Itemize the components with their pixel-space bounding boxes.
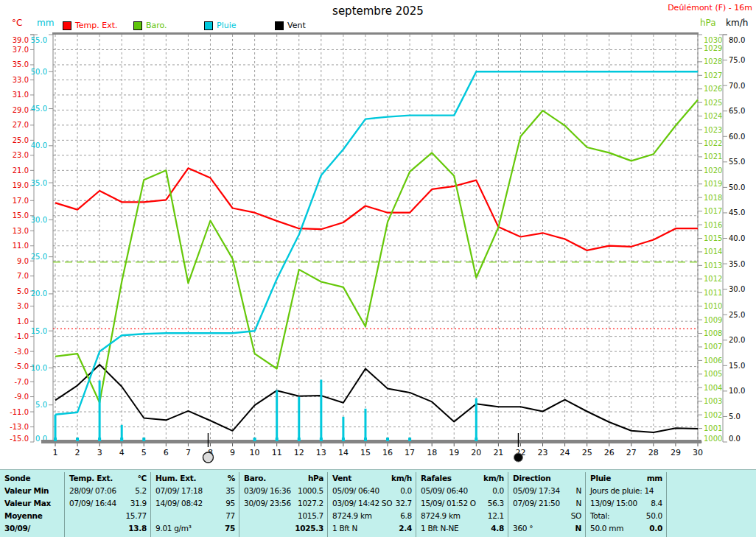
stats-cell-label: 30/09/	[4, 522, 30, 535]
stats-cell: 03/09/ 16:361000.5	[244, 485, 323, 497]
axis-tick-label-temp: 5.0	[17, 287, 29, 295]
rain-bar	[409, 441, 411, 441]
axis-tick-label-wind: 15.0	[729, 362, 745, 370]
stats-cell-value: 35	[225, 485, 235, 497]
stats-cell: Baro.hPa	[244, 472, 323, 485]
axis-tick-label-baro: 1029	[704, 44, 722, 52]
stats-cell-label: Moyenne	[4, 510, 43, 522]
stats-cell: SO	[513, 510, 581, 522]
axis-tick-label-temp: 13.0	[13, 227, 29, 235]
stats-cell: Jours de pluie: 14	[590, 485, 662, 497]
stats-cell-value: 5.2	[135, 485, 147, 497]
stats-cell-value: 8.4	[651, 497, 662, 510]
axis-tick-label-baro: 1009	[704, 316, 722, 324]
stats-cell-value: km/h	[483, 472, 504, 485]
stats-cell: 14/09/ 08:4295	[155, 497, 235, 510]
axis-tick-label-temp: -9.0	[14, 393, 29, 401]
x-axis-day-label: 3	[97, 448, 102, 457]
stats-cell-value: 12.1	[488, 510, 504, 522]
stats-cell-label: Rafales	[421, 472, 452, 485]
axis-tick-label-rain: 30.0	[31, 216, 47, 224]
stats-cell-label: Jours de pluie: 14	[590, 485, 654, 497]
full-moon-icon	[203, 452, 213, 463]
series-line-Baro.	[55, 100, 698, 403]
stats-cell: 13.8	[69, 522, 147, 535]
stats-cell-label: Total:	[590, 510, 609, 522]
axis-tick-label-wind: 55.0	[729, 158, 745, 166]
axis-tick-label-baro: 1015	[704, 234, 722, 242]
axis-tick-label-temp: 17.0	[13, 197, 29, 205]
axis-tick-label-temp: 25.0	[13, 136, 29, 144]
axis-tick-label-temp: 15.0	[13, 211, 29, 220]
x-axis-day-label: 28	[648, 448, 659, 457]
axis-tick-label-temp: -13.0	[10, 423, 29, 431]
stats-column-1: Temp. Ext.°C28/09/ 07:065.207/09/ 16:443…	[65, 472, 151, 537]
axis-tick-label-rain: 55.0	[31, 36, 47, 44]
stats-cell-value: 50.0	[646, 510, 662, 522]
stats-cell-value: 95	[225, 497, 235, 510]
x-axis-day-label: 23	[538, 448, 548, 457]
stats-cell-label: Direction	[513, 472, 550, 485]
axis-tick-label-rain: 50.0	[31, 68, 47, 76]
axis-tick-label-baro: 1006	[704, 357, 722, 365]
stats-column-2: Hum. Ext.%07/09/ 17:183514/09/ 08:429577…	[151, 472, 239, 537]
axis-tick-label-wind: 20.0	[729, 336, 745, 344]
axis-tick-label-wind: 30.0	[729, 285, 745, 293]
axis-tick-label-temp: -5.0	[14, 362, 29, 371]
axis-tick-label-wind: 50.0	[729, 183, 745, 192]
stats-cell-label: 15/09/ 01:52 O	[421, 497, 476, 510]
stats-column-6: Direction05/09/ 17:34N07/09/ 21:50NSO360…	[508, 472, 586, 537]
x-axis-day-label: 29	[671, 448, 681, 457]
axis-tick-label-temp: -15.0	[10, 435, 29, 443]
rain-bar	[99, 381, 101, 441]
x-axis-day-label: 17	[405, 448, 415, 457]
stats-cell-value: 2.4	[399, 522, 412, 535]
stats-cell-label: Temp. Ext.	[69, 472, 113, 485]
stats-cell-value: %	[228, 472, 235, 485]
axis-tick-label-wind: 40.0	[729, 234, 745, 242]
axis-tick-label-rain: 25.0	[31, 253, 47, 261]
axis-tick-label-temp: 23.0	[13, 151, 29, 159]
x-axis-day-label: 25	[582, 448, 592, 457]
stats-cell-label: Valeur Min	[4, 485, 49, 497]
axis-tick-label-rain: 5.0	[35, 401, 47, 409]
stats-cell-label: 9.01 g/m³	[155, 522, 192, 535]
rain-bar	[387, 440, 389, 441]
rain-bar	[55, 415, 57, 441]
stats-cell-label: 05/09/ 06:40	[421, 485, 468, 497]
stats-cell-value: 1025.3	[295, 522, 323, 535]
x-axis-day-label: 2	[75, 448, 80, 457]
stats-column-5: Rafaleskm/h05/09/ 06:400.015/09/ 01:52 O…	[416, 472, 508, 537]
stats-cell-label: 05/09/ 17:34	[513, 485, 560, 497]
stats-cell-value: 0.0	[649, 522, 662, 535]
x-axis-day-label: 6	[164, 448, 169, 457]
stats-cell-label: 07/09/ 16:44	[69, 497, 116, 510]
stats-cell-value: 13.8	[128, 522, 147, 535]
stats-cell: 360 °N	[513, 522, 581, 535]
axis-tick-label-baro: 1019	[704, 180, 722, 188]
axis-tick-label-temp: -1.0	[14, 332, 29, 340]
stats-cell-label: Hum. Ext.	[155, 472, 196, 485]
axis-tick-label-temp: 31.0	[13, 91, 29, 99]
x-axis-day-label: 26	[604, 448, 615, 457]
x-axis-day-label: 24	[560, 448, 570, 457]
stats-cell-label: 28/09/ 07:06	[69, 485, 116, 497]
axis-tick-label-baro: 1026	[704, 85, 722, 93]
stats-cell-label: 1 Bft N	[332, 522, 357, 535]
stats-cell: 28/09/ 07:065.2	[69, 485, 147, 497]
stats-cell: Valeur Max	[4, 497, 60, 510]
x-axis-day-label: 7	[186, 448, 191, 457]
axis-tick-label-temp: 7.0	[17, 272, 29, 280]
axis-tick-label-temp: 21.0	[13, 166, 29, 175]
stats-cell-label: 14/09/ 08:42	[155, 497, 203, 510]
axis-tick-label-wind: 35.0	[729, 260, 745, 268]
stats-cell: 30/09/	[4, 522, 60, 535]
stats-cell-label: 13/09/ 15:00	[590, 497, 637, 510]
stats-cell-label: Valeur Max	[4, 497, 51, 510]
stats-cell-label: 50.0 mm	[590, 522, 623, 535]
axis-tick-label-baro: 1007	[704, 343, 722, 351]
axis-tick-label-temp: -11.0	[10, 408, 29, 416]
stats-cell: 8724.9 km12.1	[421, 510, 504, 522]
axis-tick-label-temp: 19.0	[13, 181, 29, 189]
axis-tick-label-rain: 10.0	[31, 364, 47, 372]
